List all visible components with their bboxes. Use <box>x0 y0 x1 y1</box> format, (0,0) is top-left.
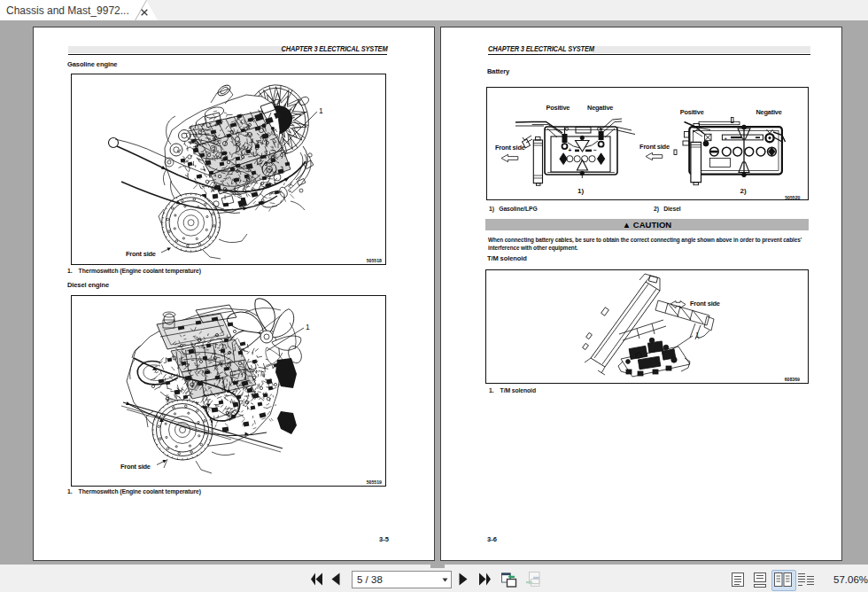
svg-text:608369: 608369 <box>785 377 800 382</box>
svg-text:505519: 505519 <box>367 479 382 485</box>
svg-text:Front side: Front side <box>126 250 156 258</box>
svg-text:1): 1) <box>577 187 584 195</box>
svg-text:505518: 505518 <box>367 258 382 263</box>
svg-text:Front side: Front side <box>120 463 151 471</box>
svg-text:1: 1 <box>306 323 310 331</box>
svg-text:505520: 505520 <box>785 195 800 200</box>
svg-text:Positive: Positive <box>680 108 704 116</box>
svg-text:+: + <box>725 136 728 141</box>
svg-text:Negative: Negative <box>587 104 613 112</box>
svg-text:Front side: Front side <box>495 144 525 152</box>
svg-text:Front side: Front side <box>639 143 670 151</box>
svg-text:+: + <box>569 147 572 153</box>
svg-text:Front side: Front side <box>690 300 720 308</box>
svg-text:1: 1 <box>695 331 700 339</box>
svg-text:2): 2) <box>740 187 747 195</box>
svg-text:1: 1 <box>319 106 323 115</box>
svg-text:Positive: Positive <box>546 104 570 112</box>
svg-text:Negative: Negative <box>756 108 781 116</box>
svg-text:−: − <box>593 147 597 153</box>
